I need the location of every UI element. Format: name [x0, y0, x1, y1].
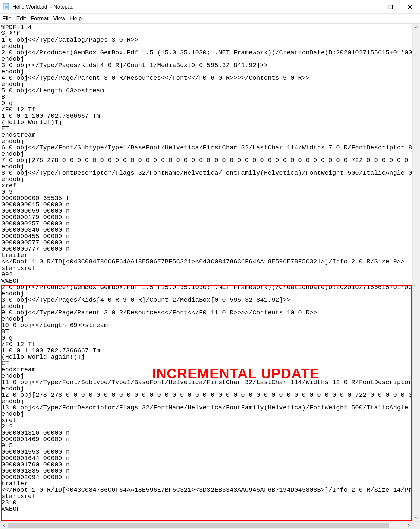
menubar: File Edit Format View Help	[0, 14, 420, 24]
close-button[interactable]	[400, 0, 420, 14]
scroll-right-icon[interactable]	[405, 522, 412, 529]
menu-edit-rest: dit	[20, 15, 26, 22]
menu-view-rest: iew	[57, 15, 66, 22]
horizontal-scrollbar[interactable]	[0, 521, 420, 529]
notepad-icon	[3, 3, 10, 11]
resize-grip[interactable]	[412, 522, 420, 529]
scroll-up-icon[interactable]	[413, 24, 420, 31]
content-wrap: %PDF-1.4 %¸š'ť 1 0 obj<</Type/Catalog/Pa…	[0, 24, 420, 521]
maximize-button[interactable]	[381, 0, 400, 14]
hscroll-track[interactable]	[8, 522, 405, 529]
menu-format[interactable]: Format	[31, 15, 49, 22]
menu-help-rest: elp	[74, 15, 82, 22]
menu-format-rest: ormat	[34, 15, 48, 22]
menu-help[interactable]: Help	[70, 15, 82, 22]
titlebar: Hello World.pdf - Notepad	[0, 0, 420, 14]
vertical-scrollbar[interactable]	[412, 24, 420, 521]
menu-view[interactable]: View	[53, 15, 66, 22]
notepad-window: Hello World.pdf - Notepad File Edit Form…	[0, 0, 420, 529]
text-editor[interactable]: %PDF-1.4 %¸š'ť 1 0 obj<</Type/Catalog/Pa…	[0, 24, 412, 521]
vscroll-track[interactable]	[413, 31, 420, 514]
svg-rect-5	[389, 5, 393, 9]
minimize-button[interactable]	[362, 0, 381, 14]
window-title: Hello World.pdf - Notepad	[12, 4, 74, 10]
scroll-down-icon[interactable]	[413, 514, 420, 521]
hscroll-thumb[interactable]	[8, 523, 389, 528]
menu-edit[interactable]: Edit	[16, 15, 26, 22]
scroll-left-icon[interactable]	[0, 522, 8, 529]
menu-file-rest: ile	[6, 15, 11, 22]
menu-file[interactable]: File	[2, 15, 11, 22]
svg-rect-0	[4, 3, 9, 10]
